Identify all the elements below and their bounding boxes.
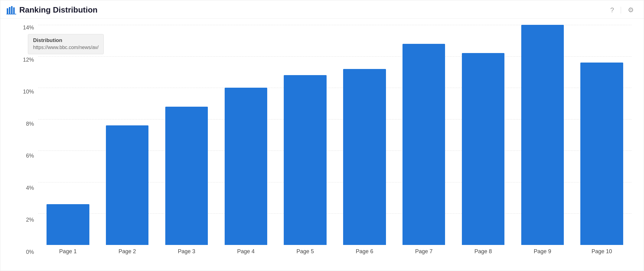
bar[interactable] bbox=[47, 204, 89, 245]
bar[interactable] bbox=[402, 44, 445, 245]
chart-area: Distribution https://www.bbc.com/news/av… bbox=[0, 19, 644, 271]
bar[interactable] bbox=[521, 25, 564, 245]
header-left: Ranking Distribution bbox=[6, 5, 98, 15]
bar-group bbox=[572, 25, 631, 245]
bar-group bbox=[513, 25, 572, 245]
y-axis-label: 14% bbox=[23, 25, 34, 30]
y-axis-label: 2% bbox=[26, 217, 34, 223]
x-axis-label: Page 6 bbox=[335, 248, 394, 255]
x-labels: Page 1Page 2Page 3Page 4Page 5Page 6Page… bbox=[38, 245, 631, 255]
x-axis-label: Page 4 bbox=[216, 248, 275, 255]
x-axis-label: Page 5 bbox=[275, 248, 335, 255]
help-button[interactable]: ? bbox=[609, 6, 615, 15]
page-title: Ranking Distribution bbox=[19, 5, 98, 15]
svg-rect-3 bbox=[13, 7, 15, 14]
x-axis-label: Page 3 bbox=[157, 248, 216, 255]
x-axis-label: Page 8 bbox=[454, 248, 513, 255]
svg-rect-0 bbox=[7, 8, 8, 14]
bar[interactable] bbox=[343, 69, 386, 245]
y-axis-label: 6% bbox=[26, 153, 34, 158]
x-axis-label: Page 9 bbox=[513, 248, 572, 255]
bars-container bbox=[38, 25, 631, 245]
y-axis: 14%12%10%8%6%4%2%0% bbox=[22, 25, 38, 255]
header-divider bbox=[621, 7, 621, 13]
bar-group bbox=[335, 25, 394, 245]
x-axis-label: Page 2 bbox=[98, 248, 157, 255]
y-axis-label: 10% bbox=[23, 89, 34, 94]
bar[interactable] bbox=[284, 75, 327, 245]
x-axis-label: Page 7 bbox=[394, 248, 454, 255]
bar-group bbox=[394, 25, 454, 245]
bar[interactable] bbox=[225, 88, 268, 245]
bar-group bbox=[38, 25, 98, 245]
x-axis-label: Page 1 bbox=[38, 248, 98, 255]
bar-group bbox=[216, 25, 275, 245]
bar[interactable] bbox=[580, 63, 623, 245]
x-axis-label: Page 10 bbox=[572, 248, 631, 255]
settings-button[interactable]: ⚙ bbox=[627, 6, 635, 15]
bar[interactable] bbox=[165, 107, 208, 245]
svg-rect-1 bbox=[9, 7, 10, 14]
bar[interactable] bbox=[462, 53, 505, 245]
widget-header: Ranking Distribution ? ⚙ bbox=[0, 0, 644, 19]
y-axis-label: 0% bbox=[26, 249, 34, 255]
svg-rect-2 bbox=[11, 6, 13, 14]
bar-group bbox=[157, 25, 216, 245]
ranking-distribution-widget: Ranking Distribution ? ⚙ Distribution ht… bbox=[0, 0, 644, 271]
y-axis-label: 12% bbox=[23, 57, 34, 63]
chart-icon bbox=[6, 6, 16, 14]
bar-group bbox=[275, 25, 335, 245]
bar[interactable] bbox=[106, 125, 149, 245]
y-axis-label: 4% bbox=[26, 185, 34, 191]
bar-group bbox=[98, 25, 157, 245]
header-actions: ? ⚙ bbox=[609, 6, 635, 15]
bar-group bbox=[454, 25, 513, 245]
y-axis-label: 8% bbox=[26, 121, 34, 127]
chart-body: Page 1Page 2Page 3Page 4Page 5Page 6Page… bbox=[38, 25, 631, 255]
